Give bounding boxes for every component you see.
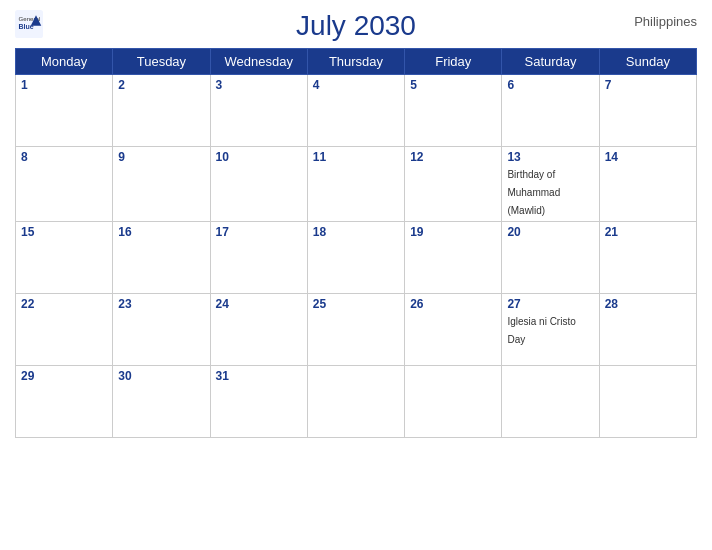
day-number: 29 <box>21 369 107 383</box>
day-number: 14 <box>605 150 691 164</box>
calendar-cell: 19 <box>405 222 502 294</box>
day-number: 9 <box>118 150 204 164</box>
calendar-week-row: 8910111213Birthday of Muhammad (Mawlid)1… <box>16 147 697 222</box>
day-number: 27 <box>507 297 593 311</box>
day-number: 8 <box>21 150 107 164</box>
calendar-cell: 22 <box>16 294 113 366</box>
header-wednesday: Wednesday <box>210 49 307 75</box>
calendar-cell: 25 <box>307 294 404 366</box>
day-number: 5 <box>410 78 496 92</box>
calendar-cell: 2 <box>113 75 210 147</box>
calendar-cell: 18 <box>307 222 404 294</box>
calendar-week-row: 293031 <box>16 366 697 438</box>
calendar-cell: 4 <box>307 75 404 147</box>
day-number: 20 <box>507 225 593 239</box>
calendar-cell: 28 <box>599 294 696 366</box>
day-number: 16 <box>118 225 204 239</box>
calendar-cell: 14 <box>599 147 696 222</box>
calendar-cell: 13Birthday of Muhammad (Mawlid) <box>502 147 599 222</box>
calendar-cell: 3 <box>210 75 307 147</box>
day-number: 11 <box>313 150 399 164</box>
day-number: 6 <box>507 78 593 92</box>
day-number: 22 <box>21 297 107 311</box>
logo-area: General Blue <box>15 10 43 38</box>
day-number: 25 <box>313 297 399 311</box>
header-monday: Monday <box>16 49 113 75</box>
calendar-cell: 23 <box>113 294 210 366</box>
calendar-cell: 8 <box>16 147 113 222</box>
calendar-cell: 11 <box>307 147 404 222</box>
calendar-cell: 31 <box>210 366 307 438</box>
day-number: 15 <box>21 225 107 239</box>
day-number: 17 <box>216 225 302 239</box>
day-number: 26 <box>410 297 496 311</box>
holiday-label: Birthday of Muhammad (Mawlid) <box>507 169 560 216</box>
calendar-cell: 29 <box>16 366 113 438</box>
day-number: 21 <box>605 225 691 239</box>
calendar-cell <box>502 366 599 438</box>
day-number: 10 <box>216 150 302 164</box>
calendar-cell: 1 <box>16 75 113 147</box>
day-number: 24 <box>216 297 302 311</box>
header-tuesday: Tuesday <box>113 49 210 75</box>
header-thursday: Thursday <box>307 49 404 75</box>
country-label: Philippines <box>634 14 697 29</box>
header-friday: Friday <box>405 49 502 75</box>
calendar-week-row: 15161718192021 <box>16 222 697 294</box>
calendar-header: General Blue July 2030 Philippines <box>15 10 697 42</box>
day-number: 7 <box>605 78 691 92</box>
calendar-cell: 16 <box>113 222 210 294</box>
holiday-label: Iglesia ni Cristo Day <box>507 316 575 345</box>
day-number: 28 <box>605 297 691 311</box>
calendar-container: General Blue July 2030 Philippines Monda… <box>0 0 712 550</box>
calendar-table: Monday Tuesday Wednesday Thursday Friday… <box>15 48 697 438</box>
calendar-cell: 15 <box>16 222 113 294</box>
day-number: 1 <box>21 78 107 92</box>
calendar-cell: 9 <box>113 147 210 222</box>
calendar-week-row: 222324252627Iglesia ni Cristo Day28 <box>16 294 697 366</box>
calendar-cell: 5 <box>405 75 502 147</box>
calendar-title: July 2030 <box>296 10 416 42</box>
calendar-cell: 24 <box>210 294 307 366</box>
calendar-cell: 21 <box>599 222 696 294</box>
header-sunday: Sunday <box>599 49 696 75</box>
calendar-cell <box>405 366 502 438</box>
day-number: 2 <box>118 78 204 92</box>
weekday-header-row: Monday Tuesday Wednesday Thursday Friday… <box>16 49 697 75</box>
day-number: 30 <box>118 369 204 383</box>
calendar-cell: 12 <box>405 147 502 222</box>
calendar-cell <box>307 366 404 438</box>
calendar-cell: 20 <box>502 222 599 294</box>
calendar-cell: 6 <box>502 75 599 147</box>
day-number: 23 <box>118 297 204 311</box>
calendar-cell: 30 <box>113 366 210 438</box>
calendar-cell <box>599 366 696 438</box>
day-number: 3 <box>216 78 302 92</box>
header-saturday: Saturday <box>502 49 599 75</box>
calendar-week-row: 1234567 <box>16 75 697 147</box>
calendar-cell: 26 <box>405 294 502 366</box>
calendar-cell: 7 <box>599 75 696 147</box>
calendar-cell: 27Iglesia ni Cristo Day <box>502 294 599 366</box>
day-number: 31 <box>216 369 302 383</box>
day-number: 12 <box>410 150 496 164</box>
day-number: 13 <box>507 150 593 164</box>
day-number: 4 <box>313 78 399 92</box>
calendar-cell: 10 <box>210 147 307 222</box>
generalblue-logo-icon: General Blue <box>15 10 43 38</box>
day-number: 19 <box>410 225 496 239</box>
calendar-cell: 17 <box>210 222 307 294</box>
day-number: 18 <box>313 225 399 239</box>
